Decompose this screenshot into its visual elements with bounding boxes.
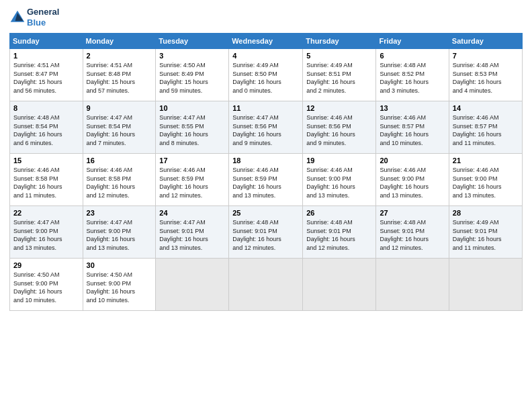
calendar-cell: 9Sunrise: 4:47 AM Sunset: 8:54 PM Daylig… [83, 101, 156, 154]
day-number: 15 [13, 156, 79, 165]
calendar-cell: 13Sunrise: 4:46 AM Sunset: 8:57 PM Dayli… [376, 101, 449, 154]
cell-info: Sunrise: 4:49 AM Sunset: 8:50 PM Dayligh… [232, 61, 299, 95]
cell-info: Sunrise: 4:48 AM Sunset: 9:01 PM Dayligh… [380, 218, 445, 252]
cell-info: Sunrise: 4:49 AM Sunset: 8:51 PM Dayligh… [306, 61, 372, 95]
day-number: 7 [453, 52, 519, 60]
calendar-table: SundayMondayTuesdayWednesdayThursdayFrid… [9, 33, 523, 311]
day-number: 3 [159, 52, 225, 60]
calendar-cell: 16Sunrise: 4:46 AM Sunset: 8:58 PM Dayli… [83, 154, 156, 206]
cell-info: Sunrise: 4:48 AM Sunset: 8:52 PM Dayligh… [380, 61, 445, 95]
cell-info: Sunrise: 4:49 AM Sunset: 9:01 PM Dayligh… [453, 218, 519, 252]
weekday-header: Thursday [303, 34, 376, 49]
day-number: 22 [13, 209, 79, 217]
header: General Blue [9, 7, 523, 28]
day-number: 23 [87, 209, 152, 217]
calendar-cell [156, 259, 229, 311]
cell-info: Sunrise: 4:46 AM Sunset: 9:00 PM Dayligh… [380, 166, 445, 199]
day-number: 12 [306, 104, 372, 112]
calendar-cell: 15Sunrise: 4:46 AM Sunset: 8:58 PM Dayli… [10, 154, 83, 206]
cell-info: Sunrise: 4:48 AM Sunset: 9:01 PM Dayligh… [232, 218, 299, 252]
calendar-cell: 26Sunrise: 4:48 AM Sunset: 9:01 PM Dayli… [303, 206, 376, 259]
cell-info: Sunrise: 4:46 AM Sunset: 8:58 PM Dayligh… [13, 166, 79, 199]
calendar-cell [303, 259, 376, 311]
day-number: 8 [13, 104, 79, 112]
calendar-cell: 8Sunrise: 4:48 AM Sunset: 8:54 PM Daylig… [10, 101, 83, 154]
cell-info: Sunrise: 4:46 AM Sunset: 8:56 PM Dayligh… [306, 113, 372, 147]
calendar-week-row: 22Sunrise: 4:47 AM Sunset: 9:00 PM Dayli… [10, 206, 523, 259]
day-number: 28 [453, 209, 519, 217]
calendar-cell: 12Sunrise: 4:46 AM Sunset: 8:56 PM Dayli… [303, 101, 376, 154]
weekday-header: Monday [83, 34, 156, 49]
calendar-cell: 6Sunrise: 4:48 AM Sunset: 8:52 PM Daylig… [376, 49, 449, 101]
cell-info: Sunrise: 4:48 AM Sunset: 8:54 PM Dayligh… [13, 113, 79, 147]
calendar-cell: 22Sunrise: 4:47 AM Sunset: 9:00 PM Dayli… [10, 206, 83, 259]
calendar-cell: 20Sunrise: 4:46 AM Sunset: 9:00 PM Dayli… [376, 154, 449, 206]
calendar-cell: 18Sunrise: 4:46 AM Sunset: 8:59 PM Dayli… [229, 154, 303, 206]
cell-info: Sunrise: 4:47 AM Sunset: 9:01 PM Dayligh… [159, 218, 225, 252]
day-number: 25 [232, 209, 299, 217]
day-number: 27 [380, 209, 445, 217]
day-number: 13 [380, 104, 445, 112]
weekday-header: Wednesday [229, 34, 303, 49]
calendar-cell: 4Sunrise: 4:49 AM Sunset: 8:50 PM Daylig… [229, 49, 303, 101]
day-number: 10 [159, 104, 225, 112]
calendar-cell [229, 259, 303, 311]
calendar-cell: 25Sunrise: 4:48 AM Sunset: 9:01 PM Dayli… [229, 206, 303, 259]
day-number: 18 [232, 156, 299, 165]
day-number: 29 [13, 261, 79, 269]
cell-info: Sunrise: 4:46 AM Sunset: 9:00 PM Dayligh… [306, 166, 372, 199]
cell-info: Sunrise: 4:51 AM Sunset: 8:48 PM Dayligh… [87, 61, 152, 95]
calendar-header-row: SundayMondayTuesdayWednesdayThursdayFrid… [10, 34, 523, 49]
calendar-cell: 17Sunrise: 4:46 AM Sunset: 8:59 PM Dayli… [156, 154, 229, 206]
weekday-header: Friday [376, 34, 449, 49]
calendar-week-row: 29Sunrise: 4:50 AM Sunset: 9:00 PM Dayli… [10, 259, 523, 311]
day-number: 26 [306, 209, 372, 217]
day-number: 14 [453, 104, 519, 112]
weekday-header: Tuesday [156, 34, 229, 49]
day-number: 1 [13, 52, 79, 60]
calendar-cell: 24Sunrise: 4:47 AM Sunset: 9:01 PM Dayli… [156, 206, 229, 259]
cell-info: Sunrise: 4:50 AM Sunset: 9:00 PM Dayligh… [87, 271, 152, 304]
day-number: 9 [87, 104, 152, 112]
day-number: 20 [380, 156, 445, 165]
cell-info: Sunrise: 4:47 AM Sunset: 9:00 PM Dayligh… [13, 218, 79, 252]
calendar-cell: 23Sunrise: 4:47 AM Sunset: 9:00 PM Dayli… [83, 206, 156, 259]
calendar-cell: 5Sunrise: 4:49 AM Sunset: 8:51 PM Daylig… [303, 49, 376, 101]
cell-info: Sunrise: 4:48 AM Sunset: 8:53 PM Dayligh… [453, 61, 519, 95]
calendar-cell: 19Sunrise: 4:46 AM Sunset: 9:00 PM Dayli… [303, 154, 376, 206]
logo-icon [9, 9, 26, 26]
day-number: 5 [306, 52, 372, 60]
calendar-cell: 10Sunrise: 4:47 AM Sunset: 8:55 PM Dayli… [156, 101, 229, 154]
calendar-cell: 30Sunrise: 4:50 AM Sunset: 9:00 PM Dayli… [83, 259, 156, 311]
calendar-cell: 7Sunrise: 4:48 AM Sunset: 8:53 PM Daylig… [449, 49, 522, 101]
cell-info: Sunrise: 4:47 AM Sunset: 8:55 PM Dayligh… [159, 113, 225, 147]
calendar-cell: 27Sunrise: 4:48 AM Sunset: 9:01 PM Dayli… [376, 206, 449, 259]
calendar-week-row: 15Sunrise: 4:46 AM Sunset: 8:58 PM Dayli… [10, 154, 523, 206]
weekday-header: Saturday [449, 34, 522, 49]
calendar-cell: 1Sunrise: 4:51 AM Sunset: 8:47 PM Daylig… [10, 49, 83, 101]
day-number: 6 [380, 52, 445, 60]
cell-info: Sunrise: 4:51 AM Sunset: 8:47 PM Dayligh… [13, 61, 79, 95]
day-number: 24 [159, 209, 225, 217]
calendar-cell [376, 259, 449, 311]
day-number: 4 [232, 52, 299, 60]
day-number: 30 [87, 261, 152, 269]
day-number: 16 [87, 156, 152, 165]
cell-info: Sunrise: 4:48 AM Sunset: 9:01 PM Dayligh… [306, 218, 372, 252]
cell-info: Sunrise: 4:47 AM Sunset: 9:00 PM Dayligh… [87, 218, 152, 252]
weekday-header: Sunday [10, 34, 83, 49]
calendar-cell: 29Sunrise: 4:50 AM Sunset: 9:00 PM Dayli… [10, 259, 83, 311]
page: General Blue SundayMondayTuesdayWednesda… [0, 0, 532, 411]
calendar-cell: 28Sunrise: 4:49 AM Sunset: 9:01 PM Dayli… [449, 206, 522, 259]
calendar-cell: 11Sunrise: 4:47 AM Sunset: 8:56 PM Dayli… [229, 101, 303, 154]
cell-info: Sunrise: 4:46 AM Sunset: 8:58 PM Dayligh… [87, 166, 152, 199]
calendar-cell [449, 259, 522, 311]
cell-info: Sunrise: 4:46 AM Sunset: 8:57 PM Dayligh… [380, 113, 445, 147]
calendar-cell: 3Sunrise: 4:50 AM Sunset: 8:49 PM Daylig… [156, 49, 229, 101]
calendar-cell: 2Sunrise: 4:51 AM Sunset: 8:48 PM Daylig… [83, 49, 156, 101]
logo: General Blue [9, 7, 59, 28]
cell-info: Sunrise: 4:46 AM Sunset: 9:00 PM Dayligh… [453, 166, 519, 199]
cell-info: Sunrise: 4:50 AM Sunset: 9:00 PM Dayligh… [13, 271, 79, 304]
cell-info: Sunrise: 4:46 AM Sunset: 8:59 PM Dayligh… [159, 166, 225, 199]
cell-info: Sunrise: 4:47 AM Sunset: 8:54 PM Dayligh… [87, 113, 152, 147]
